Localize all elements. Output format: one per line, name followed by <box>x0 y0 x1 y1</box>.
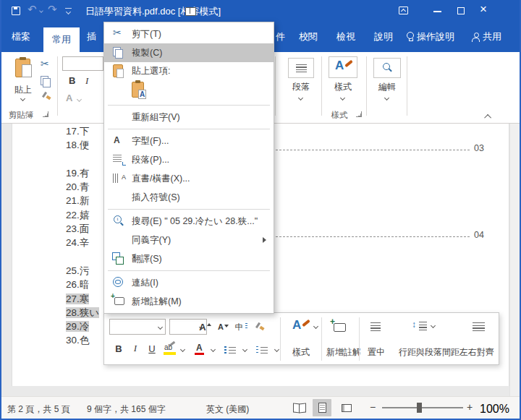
styles-chevron-icon[interactable] <box>313 324 318 329</box>
collapse-ribbon-icon[interactable] <box>484 114 491 121</box>
paste-button[interactable]: 貼上 <box>9 84 38 96</box>
phonetic-guide-button[interactable]: 中 <box>232 320 246 334</box>
context-menu-item[interactable]: 翻譯(S) <box>104 249 274 268</box>
language-indicator[interactable]: 英文 (美國) <box>206 403 249 416</box>
tab-help[interactable]: 說明 <box>374 22 393 52</box>
numbering-chevron-icon[interactable] <box>274 347 279 352</box>
styles-chevron-icon[interactable] <box>340 95 345 100</box>
close-icon[interactable]: × <box>480 2 487 17</box>
cut-icon[interactable]: ✂ <box>41 58 49 69</box>
maximize-icon[interactable] <box>457 7 465 14</box>
tab-tell-me[interactable]: 操作說明 <box>407 22 454 52</box>
justify-label[interactable]: 左右對齊 <box>456 346 498 359</box>
context-menu-item[interactable]: 貼上選項: <box>104 62 274 80</box>
center-label[interactable]: 置中 <box>362 346 391 359</box>
web-layout-button[interactable] <box>337 399 356 416</box>
context-menu-item[interactable]: 重新組字(V) <box>104 108 274 127</box>
italic-button[interactable]: I <box>85 75 88 87</box>
tab-review[interactable]: 校閱 <box>299 22 318 52</box>
zoom-in-button[interactable]: + <box>467 401 473 413</box>
styles-button-label[interactable]: 樣式 <box>329 81 357 93</box>
font-color-button-dimmed[interactable]: A <box>66 93 72 103</box>
bullets-button[interactable] <box>223 343 237 357</box>
new-comment-button[interactable] <box>328 317 348 335</box>
format-painter-icon[interactable] <box>42 92 52 102</box>
context-menu-item[interactable]: 插入符號(S) <box>104 188 274 207</box>
paragraph-button-label[interactable]: 段落 <box>288 81 314 93</box>
font-color-chevron-icon[interactable] <box>211 347 216 352</box>
read-mode-button[interactable] <box>290 399 309 416</box>
ribbon-display-options-icon[interactable] <box>399 7 408 14</box>
tab-view[interactable]: 檢視 <box>336 22 355 52</box>
font-color-chevron-icon[interactable] <box>77 97 82 102</box>
context-menu-item[interactable]: 新增註解(M) <box>104 292 274 311</box>
paragraph-ribbon-button[interactable] <box>288 58 314 78</box>
center-align-icon <box>370 322 381 332</box>
vertical-scrollbar[interactable] <box>509 124 520 396</box>
save-icon[interactable] <box>12 7 20 15</box>
print-layout-button[interactable] <box>313 399 331 416</box>
context-menu-item[interactable]: 字型(F)... <box>104 132 274 150</box>
bullets-chevron-icon[interactable] <box>242 347 247 352</box>
numbered-list-icon <box>256 346 268 354</box>
editing-ribbon-button[interactable] <box>373 58 401 78</box>
context-menu-item[interactable]: 剪下(T) <box>104 25 274 43</box>
shrink-font-button[interactable]: A <box>213 320 228 334</box>
zoom-slider-track[interactable] <box>382 407 463 408</box>
minimize-icon[interactable] <box>433 11 441 12</box>
chevron-down-icon[interactable] <box>158 325 163 330</box>
format-painter-button[interactable] <box>253 320 268 335</box>
share-button[interactable]: 共用 <box>472 22 501 52</box>
word-count[interactable]: 9 個字，共 165 個字 <box>87 403 166 416</box>
window-title: 日語學習資料.pdf.doc [相容模式] <box>85 5 221 18</box>
tab-insert-partial[interactable]: 插 <box>87 22 96 52</box>
paste-option-keep-text-only-button[interactable]: A <box>132 82 144 100</box>
editing-button-label[interactable]: 編輯 <box>373 81 401 93</box>
paste-chevron-icon[interactable] <box>20 96 25 101</box>
clipboard-dialog-launcher-icon[interactable] <box>43 111 48 117</box>
context-menu-item[interactable]: 搜尋(E) " 05 29.冷たい 28.狭..." <box>104 212 274 231</box>
tab-mailings-partial[interactable]: 件 <box>276 22 285 52</box>
grow-font-button[interactable]: A <box>195 320 210 334</box>
tab-home[interactable]: 常用 <box>43 27 80 52</box>
undo-chevron-icon[interactable] <box>39 9 43 13</box>
editing-chevron-icon[interactable] <box>384 95 389 100</box>
underline-button-mini[interactable]: U <box>145 341 159 356</box>
font-color-button[interactable]: A <box>192 342 207 356</box>
undo-icon[interactable]: ↶ <box>27 3 37 16</box>
justify-button[interactable] <box>470 320 486 334</box>
italic-button-mini[interactable]: I <box>128 341 143 356</box>
line-spacing-button[interactable] <box>410 319 429 333</box>
bold-button[interactable]: B <box>69 75 75 86</box>
menu-separator <box>108 270 270 271</box>
styles-label[interactable]: 樣式 <box>285 346 317 359</box>
copy-icon[interactable] <box>41 76 52 86</box>
line-spacing-chevron-icon[interactable] <box>431 323 436 328</box>
page-indicator[interactable]: 第 2 頁，共 5 頁 <box>7 403 70 416</box>
font-name-combo-mini[interactable] <box>109 319 166 335</box>
proofing-icon[interactable] <box>185 7 196 15</box>
highlight-button[interactable]: ab <box>162 342 178 356</box>
numbering-button[interactable] <box>255 343 269 357</box>
context-menu-item[interactable]: 段落(P)... <box>104 150 274 169</box>
highlight-chevron-icon[interactable] <box>180 347 185 352</box>
font-name-combo[interactable] <box>62 56 103 71</box>
tab-file[interactable]: 檔案 <box>12 22 30 52</box>
zoom-slider-thumb[interactable] <box>417 403 422 413</box>
styles-ribbon-button[interactable] <box>329 56 357 78</box>
center-align-button[interactable] <box>368 320 384 334</box>
styles-dialog-launcher-icon[interactable] <box>356 111 362 117</box>
bold-button-mini[interactable]: B <box>111 341 126 356</box>
context-menu-item[interactable]: 連結(I) <box>104 273 274 292</box>
paragraph-chevron-icon[interactable] <box>298 95 303 100</box>
quick-access-customize-icon[interactable] <box>65 8 72 14</box>
zoom-out-button[interactable]: − <box>370 401 376 413</box>
context-menu-item[interactable]: 直書/橫書(X)... <box>104 169 274 188</box>
paste-clipboard-icon[interactable] <box>15 59 30 77</box>
redo-icon[interactable]: ↷ <box>48 3 57 16</box>
styles-button-mini[interactable] <box>289 317 311 336</box>
clipboard-group-label: 剪貼簿 <box>4 110 38 121</box>
zoom-percentage[interactable]: 100% <box>480 403 509 416</box>
context-menu-item[interactable]: 複製(C) <box>104 43 274 62</box>
context-menu-item[interactable]: 同義字(Y) <box>104 231 274 249</box>
